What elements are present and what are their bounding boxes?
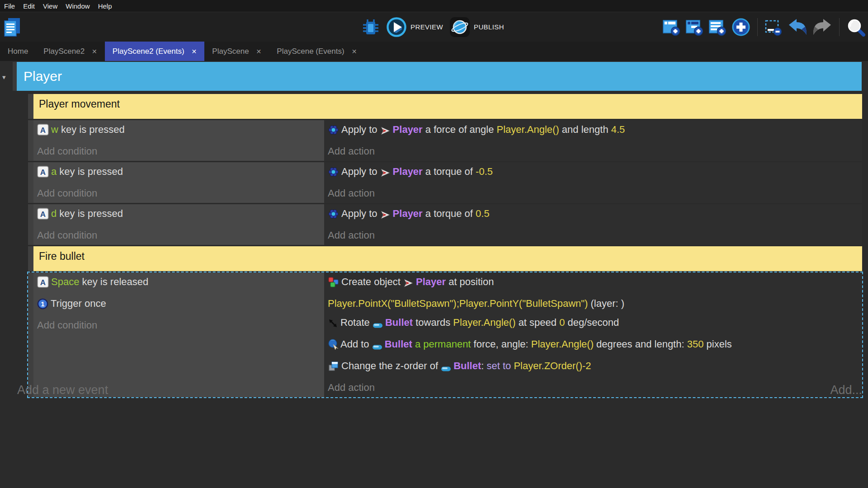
event-row[interactable]: Aa key is pressedAdd conditionApply to P… [28,162,862,203]
add-action-button[interactable]: Add action [328,184,859,203]
text-segment: a permanent [412,338,471,350]
text-segment: Apply to [341,124,380,135]
group-header[interactable]: Player [17,62,862,91]
tab-close-icon[interactable]: ✕ [192,48,197,55]
action-line[interactable]: Apply to Player a force of angle Player.… [328,120,859,142]
text-segment: 4.5 [611,124,625,135]
group-gutter [13,62,17,91]
comment-text[interactable]: Fire bullet [33,246,862,271]
tab-label: Home [8,47,28,56]
keyboard-icon: A [37,275,49,294]
comment-row[interactable]: Player movement [28,94,862,119]
text-segment: towards [413,317,453,328]
publish-button[interactable]: PUBLISH [449,17,504,38]
preview-button[interactable]: PREVIEW [386,17,443,38]
text-segment: a torque of [423,166,476,177]
menu-item-file[interactable]: File [4,2,15,10]
create-object-icon [328,275,339,294]
condition-line[interactable]: Aa key is pressed [37,162,321,184]
text-segment: Add to [340,338,372,350]
row-gutter[interactable] [28,246,33,271]
row-gutter[interactable] [28,162,33,203]
add-action-button[interactable]: Add action [328,226,859,245]
row-gutter[interactable] [28,272,33,397]
text-segment: Player.ZOrder()-2 [514,360,591,371]
event-row[interactable]: ASpace key is released1Trigger onceAdd c… [28,272,862,397]
undo-icon[interactable] [788,18,807,36]
remove-event-icon[interactable] [764,18,783,36]
tab-close-icon[interactable]: ✕ [352,48,357,55]
group-title: Player [24,69,62,84]
player-object-icon [380,207,391,226]
text-segment: deg/second [565,317,619,328]
redo-icon[interactable] [812,18,832,36]
tab-close-icon[interactable]: ✕ [256,48,262,55]
tab-label: PlayScene (Events) [277,47,344,56]
tab-playscene2[interactable]: PlayScene2✕ [36,42,104,61]
text-segment: degrees and length: [594,338,687,350]
add-new-event-button[interactable]: Add a new event [17,383,108,397]
condition-line[interactable]: Ad key is pressed [37,204,321,226]
row-gutter[interactable] [28,94,33,119]
text-segment: Create object [341,276,403,287]
action-line[interactable]: Create object Player at position Player.… [328,272,726,313]
add-event-icon[interactable] [662,18,680,36]
event-row[interactable]: Ad key is pressedAdd conditionApply to P… [28,204,862,245]
actions-cell: Create object Player at position Player.… [324,272,862,397]
add-condition-button[interactable]: Add condition [37,316,321,335]
add-condition-button[interactable]: Add condition [37,142,321,161]
text-segment: Player.Angle() [531,338,594,350]
add-action-button[interactable]: Add action [328,378,859,397]
tab-home[interactable]: Home [0,42,36,61]
add-action-button[interactable]: Add action [328,142,859,161]
comment-row[interactable]: Fire bullet [28,246,862,271]
event-sheet: ▾ Player Player movementAw key is presse… [0,61,868,488]
tab-playscene[interactable]: PlayScene✕ [204,42,269,61]
text-segment: Bullet [385,317,413,328]
text-segment: 350 [687,338,704,350]
action-line[interactable]: Apply to Player a torque of -0.5 [328,162,859,184]
toolbar-right [662,12,865,42]
text-segment: Trigger once [51,298,106,309]
svg-text:A: A [40,278,46,287]
tab-playscene2-events[interactable]: PlayScene2 (Events)✕ [105,42,204,61]
menu-item-edit[interactable]: Edit [23,2,35,10]
menu-item-window[interactable]: Window [66,2,90,10]
add-condition-button[interactable]: Add condition [37,226,321,245]
tab-playscene-events[interactable]: PlayScene (Events)✕ [269,42,364,61]
svg-text:A: A [40,126,46,135]
condition-line[interactable]: 1Trigger once [37,294,321,316]
add-circle-icon[interactable] [731,18,750,37]
comment-text[interactable]: Player movement [33,94,862,119]
action-line[interactable]: Apply to Player a torque of 0.5 [328,204,859,226]
text-segment: key is pressed [58,124,125,135]
text-segment: key is released [79,276,148,287]
project-manager-icon[interactable] [4,17,21,37]
text-segment: at position [446,276,494,287]
debug-icon[interactable] [362,18,380,37]
text-segment: Player.PointX("BulletSpawn");Player.Poin… [328,298,588,309]
condition-line[interactable]: Aw key is pressed [37,120,321,142]
tab-close-icon[interactable]: ✕ [92,48,97,55]
action-line[interactable]: Change the z-order of Bullet: set to Pla… [328,357,859,378]
event-row[interactable]: Aw key is pressedAdd conditionApply to P… [28,120,862,161]
text-segment: set to [487,360,514,371]
add-more-button[interactable]: Add... [830,383,862,397]
tab-label: PlayScene [212,47,249,56]
toolbar: PREVIEW PUBLISH [0,12,868,42]
toolbar-separator [757,18,758,36]
menu-item-view[interactable]: View [43,2,57,10]
action-line[interactable]: Rotate Bullet towards Player.Angle() at … [328,313,859,335]
row-gutter[interactable] [28,204,33,245]
action-line[interactable]: Add to Bullet a permanent force, angle: … [328,335,859,357]
text-segment: Bullet [385,338,412,350]
search-icon[interactable] [846,18,865,37]
menu-item-help[interactable]: Help [98,2,112,10]
add-comment-icon[interactable] [708,18,726,36]
add-subevent-icon[interactable] [685,18,703,36]
event-rows: Player movementAw key is pressedAdd cond… [28,94,862,399]
add-condition-button[interactable]: Add condition [37,184,321,203]
row-gutter[interactable] [28,120,33,161]
collapse-arrow-icon[interactable]: ▾ [2,73,6,81]
condition-line[interactable]: ASpace key is released [37,272,321,294]
